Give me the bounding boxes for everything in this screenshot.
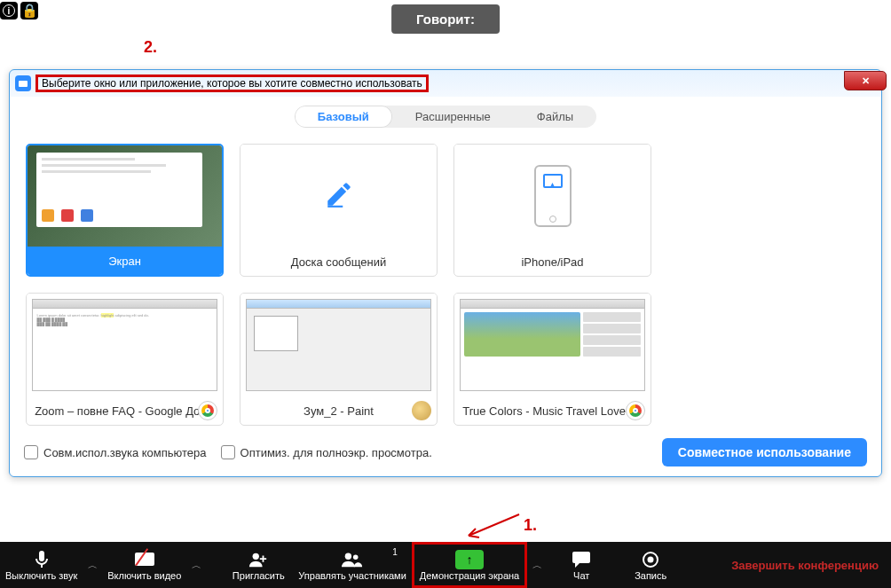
share-option-screen[interactable]: Экран [26,144,224,277]
close-button[interactable]: ✕ [844,71,887,90]
share-options-chevron[interactable]: ︿ [527,559,547,572]
paint-icon [412,401,431,420]
video-button[interactable]: Включить видео [102,542,186,588]
chrome-icon [626,401,645,420]
toolbar-label: Пригласить [233,570,285,581]
svg-point-1 [253,553,259,559]
checkbox-label: Оптимиз. для полноэкр. просмотра. [240,446,432,459]
toolbar-label: Чат [573,570,589,581]
chat-icon [572,550,590,569]
share-option-label: True Colors - Music Travel Love (... [454,396,651,425]
tab-files[interactable]: Файлы [514,106,596,128]
share-option-label: Zoom – повне FAQ - Google Док... [27,396,223,425]
share-option-label: Доска сообщений [240,247,437,276]
whiteboard-thumbnail [240,145,437,247]
share-option-window-chrome-youtube[interactable]: True Colors - Music Travel Love (... [453,293,651,426]
toolbar-label: Демонстрация экрана [420,570,519,581]
record-icon [643,550,658,569]
toolbar-label: Запись [635,570,666,581]
invite-button[interactable]: Пригласить [224,542,293,588]
annotation-arrow [461,513,524,539]
dialog-title: Выберите окно или приложение, которое вы… [35,74,429,92]
participants-icon [342,550,363,569]
encryption-indicator: 🔒 [20,2,38,20]
lock-icon: 🔒 [21,3,38,19]
pencil-icon [324,179,354,213]
audio-options-chevron[interactable]: ︿ [83,559,102,572]
chat-button[interactable]: Чат [547,542,616,588]
camera-off-icon [135,550,154,569]
svg-rect-0 [327,206,343,208]
share-tabs: Базовый Расширенные Файлы [10,106,881,128]
share-option-iphone-ipad[interactable]: iPhone/iPad [453,144,651,277]
share-option-whiteboard[interactable]: Доска сообщений [240,144,438,277]
info-icon: i [3,4,15,17]
speaking-indicator: Говорит: [391,4,500,34]
participants-count: 1 [392,547,398,557]
optimize-video-checkbox[interactable]: Оптимиз. для полноэкр. просмотра. [221,445,432,459]
iphone-thumbnail [454,145,651,247]
share-screen-button[interactable]: ↑ Демонстрация экрана [412,542,527,588]
window-thumbnail: Lorem ipsum dolor sit amet consectetur. … [27,294,223,396]
meeting-toolbar: Выключить звук ︿ Включить видео ︿ Пригла… [0,542,891,588]
toolbar-label: Выключить звук [5,570,77,581]
end-meeting-button[interactable]: Завершить конференцию [731,559,879,572]
video-options-chevron[interactable]: ︿ [186,559,206,572]
annotation-2: 2. [144,38,157,57]
checkbox-label: Совм.испол.звука компьютера [43,446,207,459]
share-option-label: Зум_2 - Paint [240,396,437,425]
share-audio-checkbox[interactable]: Совм.испол.звука компьютера [24,445,207,459]
mute-button[interactable]: Выключить звук [0,542,83,588]
window-thumbnail [240,294,437,396]
window-thumbnail [454,294,651,396]
share-button[interactable]: Совместное использование [662,438,867,466]
record-button[interactable]: Запись [616,542,685,588]
share-option-label: iPhone/iPad [454,247,651,276]
annotation-1: 1. [524,516,537,535]
participants-button[interactable]: 1 Управлять участниками [293,542,411,588]
share-option-window-paint[interactable]: Зум_2 - Paint [240,293,438,426]
toolbar-label: Управлять участниками [298,570,406,581]
invite-icon [248,550,268,569]
svg-point-3 [353,554,359,560]
share-option-window-chrome-docs[interactable]: Lorem ipsum dolor sit amet consectetur. … [26,293,224,426]
share-screen-dialog: Выберите окно или приложение, которое вы… [9,69,882,477]
chrome-icon [198,401,217,420]
share-screen-icon: ↑ [455,550,484,569]
svg-point-5 [648,556,654,562]
share-option-label: Экран [28,247,222,275]
zoom-app-icon [15,75,31,91]
dialog-titlebar: Выберите окно или приложение, которое вы… [10,70,881,97]
airplay-icon [543,174,563,188]
tab-basic[interactable]: Базовый [295,106,392,128]
screen-thumbnail [28,145,222,247]
meeting-info-button[interactable]: i [0,2,18,20]
svg-point-2 [345,553,351,559]
microphone-icon [35,550,49,569]
tab-advanced[interactable]: Расширенные [392,106,514,128]
